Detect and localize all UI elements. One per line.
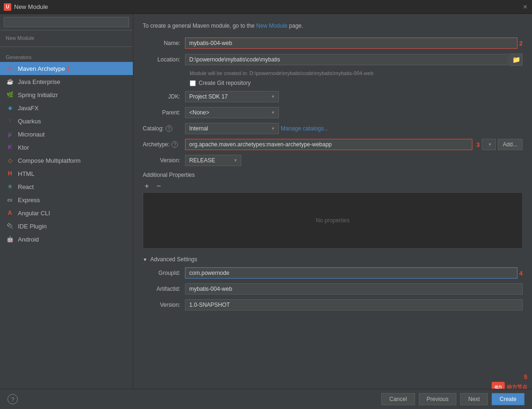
title-bar-text: New Module bbox=[14, 3, 48, 10]
micronaut-icon: μ bbox=[6, 130, 14, 138]
maven-icon: m bbox=[6, 64, 14, 73]
annotation-2: 2 bbox=[519, 40, 523, 47]
sidebar-item-android[interactable]: 🤖 Android bbox=[0, 233, 133, 246]
angular-icon: A bbox=[6, 209, 14, 217]
sidebar-item-label-quarkus: Quarkus bbox=[18, 118, 41, 125]
sidebar-item-label-angular: Angular CLI bbox=[18, 210, 50, 217]
location-label: Location: bbox=[143, 56, 185, 63]
add-prop-button[interactable]: + bbox=[143, 182, 151, 190]
archetype-row: Archetype: ? 3 Add... bbox=[143, 139, 523, 150]
sidebar-item-angular[interactable]: A Angular CLI bbox=[0, 206, 133, 220]
git-checkbox[interactable] bbox=[190, 80, 196, 86]
previous-button[interactable]: Previous bbox=[419, 393, 457, 405]
groupid-row: GroupId: 4 bbox=[143, 267, 523, 279]
sidebar-item-express[interactable]: ex Express bbox=[0, 193, 133, 206]
artifactid-label: ArtifactId: bbox=[143, 286, 185, 292]
version-row: Version: RELEASE bbox=[143, 155, 523, 166]
git-label[interactable]: Create Git repository bbox=[199, 80, 251, 86]
sidebar-item-javafx[interactable]: ◈ JavaFX bbox=[0, 101, 133, 114]
groupid-input[interactable] bbox=[185, 267, 517, 279]
jdk-label: JDK: bbox=[143, 93, 185, 100]
cancel-button[interactable]: Cancel bbox=[381, 393, 415, 405]
sidebar-item-micronaut[interactable]: μ Micronaut bbox=[0, 128, 133, 141]
remove-prop-button[interactable]: − bbox=[154, 182, 162, 190]
ide-icon: 🔌 bbox=[6, 222, 14, 230]
java-icon: ☕ bbox=[6, 77, 14, 86]
sidebar-title: New Module bbox=[0, 30, 133, 43]
advanced-toggle[interactable]: ▼ Advanced Settings bbox=[143, 256, 523, 263]
sidebar-item-maven-archetype[interactable]: m Maven Archetype 1 bbox=[0, 62, 133, 75]
annotation-4: 4 bbox=[519, 270, 523, 277]
sidebar-item-label-ide: IDE Plugin bbox=[18, 223, 46, 230]
generators-label: Generators bbox=[0, 51, 133, 62]
help-button[interactable]: ? bbox=[8, 394, 18, 404]
advanced-section: ▼ Advanced Settings GroupId: 4 ArtifactI… bbox=[143, 256, 523, 311]
create-button[interactable]: Create bbox=[492, 393, 524, 405]
toggle-arrow: ▼ bbox=[143, 257, 147, 262]
catalog-label: Catalog: ? bbox=[143, 125, 185, 132]
catalog-select[interactable]: Internal bbox=[185, 123, 279, 134]
version-select[interactable]: RELEASE bbox=[185, 155, 241, 166]
compose-icon: ◇ bbox=[6, 156, 14, 165]
sidebar-item-label-spring: Spring Initializr bbox=[18, 91, 58, 98]
sidebar-item-ktor[interactable]: K Ktor bbox=[0, 141, 133, 154]
adv-version-row: Version: bbox=[143, 299, 523, 311]
git-repo-row: Create Git repository bbox=[190, 80, 523, 86]
manage-catalogs-link[interactable]: Manage catalogs... bbox=[281, 125, 328, 132]
sidebar-item-label-android: Android bbox=[18, 236, 39, 243]
parent-select[interactable]: <None> bbox=[185, 107, 279, 118]
properties-area: No properties bbox=[143, 192, 523, 249]
parent-label: Parent: bbox=[143, 109, 185, 116]
bottom-left: ? bbox=[8, 394, 18, 404]
express-icon: ex bbox=[6, 196, 14, 204]
next-button[interactable]: Next bbox=[460, 393, 488, 405]
groupid-label: GroupId: bbox=[143, 270, 185, 276]
close-button[interactable]: × bbox=[523, 3, 527, 11]
sidebar-item-html[interactable]: H HTML bbox=[0, 167, 133, 180]
ktor-icon: K bbox=[6, 143, 14, 151]
jdk-row: JDK: Project SDK 17 bbox=[143, 91, 523, 102]
name-input[interactable] bbox=[185, 38, 517, 49]
location-row: Location: 📁 bbox=[143, 53, 523, 66]
adv-version-input[interactable] bbox=[185, 299, 523, 311]
parent-row: Parent: <None> bbox=[143, 107, 523, 118]
archetype-dropdown[interactable] bbox=[482, 139, 496, 150]
javafx-icon: ◈ bbox=[6, 104, 14, 112]
react-icon: ⚛ bbox=[6, 182, 14, 191]
sidebar-item-label-micronaut: Micronaut bbox=[18, 131, 45, 138]
new-module-link[interactable]: New Module bbox=[256, 23, 287, 29]
name-label: Name: bbox=[143, 40, 185, 46]
sidebar-item-java-enterprise[interactable]: ☕ Java Enterprise bbox=[0, 75, 133, 88]
add-button[interactable]: Add... bbox=[498, 139, 523, 150]
jdk-select[interactable]: Project SDK 17 bbox=[185, 91, 279, 102]
bottom-right: Cancel Previous Next Create bbox=[381, 393, 524, 405]
additional-props-label: Additional Properties bbox=[143, 172, 523, 178]
artifactid-input[interactable] bbox=[185, 283, 523, 295]
sidebar-item-label-maven: Maven Archetype bbox=[18, 65, 65, 72]
annotation-5: 5 bbox=[524, 373, 527, 380]
html-icon: H bbox=[6, 169, 14, 178]
no-properties-text: No properties bbox=[316, 217, 349, 224]
catalog-help-icon[interactable]: ? bbox=[166, 125, 172, 132]
sidebar-item-spring-initializr[interactable]: 🌿 Spring Initializr bbox=[0, 88, 133, 101]
main-layout: New Module Generators m Maven Archetype … bbox=[0, 14, 532, 409]
archetype-help-icon[interactable]: ? bbox=[171, 141, 178, 148]
additional-properties-section: Additional Properties + − No properties bbox=[143, 172, 523, 249]
sidebar-item-compose[interactable]: ◇ Compose Multiplatform bbox=[0, 154, 133, 167]
catalog-row: Catalog: ? Internal Manage catalogs... bbox=[143, 123, 523, 134]
sidebar-item-react[interactable]: ⚛ React bbox=[0, 180, 133, 193]
props-toolbar: + − bbox=[143, 182, 523, 190]
search-input[interactable] bbox=[4, 17, 129, 27]
sidebar-item-label-compose: Compose Multiplatform bbox=[18, 157, 81, 164]
browse-button[interactable]: 📁 bbox=[509, 53, 523, 66]
location-input[interactable] bbox=[185, 54, 509, 65]
sidebar-item-label-html: HTML bbox=[18, 170, 34, 177]
name-row: Name: 2 bbox=[143, 38, 523, 49]
sidebar-item-quarkus[interactable]: ! Quarkus bbox=[0, 114, 133, 128]
sidebar: New Module Generators m Maven Archetype … bbox=[0, 14, 133, 409]
sidebar-item-ide-plugin[interactable]: 🔌 IDE Plugin bbox=[0, 220, 133, 233]
sidebar-item-label-java: Java Enterprise bbox=[18, 78, 60, 85]
bottom-bar: ? Cancel Previous Next Create bbox=[0, 389, 532, 409]
annotation-3: 3 bbox=[476, 141, 479, 148]
archetype-input[interactable] bbox=[185, 139, 472, 150]
